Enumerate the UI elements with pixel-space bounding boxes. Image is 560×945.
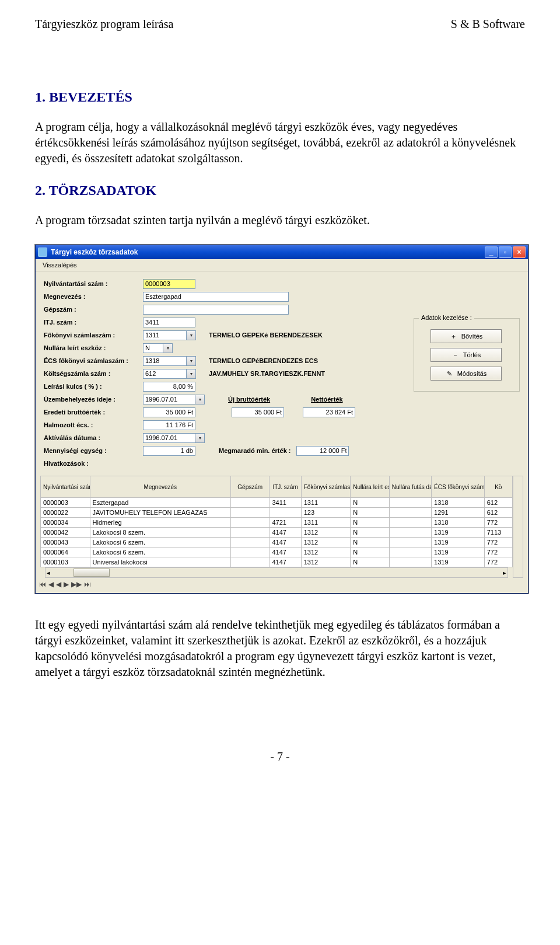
grid-cell[interactable] bbox=[389, 498, 431, 508]
input-koltseg[interactable] bbox=[143, 369, 187, 379]
close-button[interactable]: × bbox=[513, 246, 526, 258]
table-row[interactable]: 0000003Esztergapad34111311N1318612 bbox=[41, 498, 513, 508]
grid-header[interactable]: ITJ. szám bbox=[270, 476, 301, 498]
grid-cell[interactable]: Esztergapad bbox=[90, 498, 230, 508]
grid-cell[interactable] bbox=[231, 498, 270, 508]
grid-cell[interactable] bbox=[231, 508, 270, 518]
grid-cell[interactable]: 1318 bbox=[432, 498, 485, 508]
grid-cell[interactable]: 772 bbox=[484, 538, 512, 548]
grid-cell[interactable]: N bbox=[351, 518, 389, 528]
data-grid[interactable]: Nyilvántartási számMegnevezésGépszámITJ.… bbox=[40, 476, 513, 567]
grid-cell[interactable]: 772 bbox=[484, 518, 512, 528]
grid-cell[interactable]: 612 bbox=[484, 508, 512, 518]
dropdown-nullara-icon[interactable]: ▾ bbox=[163, 343, 173, 353]
input-halmozott[interactable] bbox=[143, 420, 195, 430]
grid-cell[interactable]: 1312 bbox=[301, 538, 351, 548]
grid-cell[interactable] bbox=[389, 548, 431, 557]
grid-header[interactable]: Főkönyvi számlaszám bbox=[301, 476, 351, 498]
grid-cell[interactable]: 0000043 bbox=[41, 538, 90, 548]
grid-header[interactable]: Nullára leírt eszköz bbox=[351, 476, 389, 498]
grid-cell[interactable]: Lakokocsi 6 szem. bbox=[90, 548, 230, 557]
record-navigator[interactable]: ⏮ ◀ ◀ ▶ ▶▶ ⏭ bbox=[36, 579, 528, 591]
grid-cell[interactable] bbox=[389, 538, 431, 548]
grid-cell[interactable]: JAVITOMUHELY TELEFON LEAGAZAS bbox=[90, 508, 230, 518]
input-gepszam[interactable] bbox=[143, 305, 289, 315]
nav-prev-icon[interactable]: ◀ bbox=[56, 580, 61, 588]
nav-last-icon[interactable]: ⏭ bbox=[84, 580, 91, 588]
grid-cell[interactable]: 0000064 bbox=[41, 548, 90, 557]
input-uzembe[interactable] bbox=[143, 395, 195, 404]
table-row[interactable]: 0000103Universal lakokocsi41471312N13197… bbox=[41, 557, 513, 567]
table-row[interactable]: 0000042Lakokocsi 8 szem.41471312N1319711… bbox=[41, 528, 513, 538]
minimize-button[interactable]: _ bbox=[485, 246, 498, 258]
grid-cell[interactable]: N bbox=[351, 508, 389, 518]
grid-cell[interactable]: 3411 bbox=[270, 498, 301, 508]
input-leirasi[interactable] bbox=[143, 382, 195, 392]
dropdown-ecs-icon[interactable]: ▾ bbox=[187, 356, 196, 366]
grid-cell[interactable]: 1312 bbox=[301, 548, 351, 557]
grid-cell[interactable]: N bbox=[351, 548, 389, 557]
grid-cell[interactable] bbox=[231, 528, 270, 538]
grid-cell[interactable] bbox=[389, 518, 431, 528]
table-row[interactable]: 0000043Lakokocsi 6 szem.41471312N1319772 bbox=[41, 538, 513, 548]
nav-prevpage-icon[interactable]: ◀ bbox=[48, 580, 54, 588]
input-megnev[interactable] bbox=[143, 292, 289, 302]
grid-cell[interactable]: Universal lakokocsi bbox=[90, 557, 230, 567]
grid-cell[interactable]: 612 bbox=[484, 498, 512, 508]
grid-cell[interactable]: 123 bbox=[301, 508, 351, 518]
nav-first-icon[interactable]: ⏮ bbox=[39, 580, 46, 588]
input-aktivalas[interactable] bbox=[143, 433, 195, 443]
grid-cell[interactable]: 1291 bbox=[432, 508, 485, 518]
grid-cell[interactable]: 1319 bbox=[432, 538, 485, 548]
grid-cell[interactable]: 1319 bbox=[432, 528, 485, 538]
dropdown-fokonyvi-icon[interactable]: ▾ bbox=[187, 330, 196, 340]
grid-cell[interactable]: 0000034 bbox=[41, 518, 90, 528]
grid-cell[interactable]: 1311 bbox=[301, 518, 351, 528]
grid-cell[interactable]: 7113 bbox=[484, 528, 512, 538]
menu-back[interactable]: Visszalépés bbox=[39, 261, 80, 269]
input-eredeti[interactable] bbox=[143, 407, 195, 417]
grid-cell[interactable]: 4147 bbox=[270, 528, 301, 538]
input-megmarado[interactable] bbox=[296, 446, 349, 456]
grid-cell[interactable]: 0000003 bbox=[41, 498, 90, 508]
nav-nextpage-icon[interactable]: ▶▶ bbox=[71, 580, 82, 588]
grid-cell[interactable]: 1318 bbox=[432, 518, 485, 528]
grid-header[interactable]: Megnevezés bbox=[90, 476, 230, 498]
grid-cell[interactable]: Lakokocsi 8 szem. bbox=[90, 528, 230, 538]
grid-cell[interactable]: N bbox=[351, 498, 389, 508]
grid-cell[interactable]: N bbox=[351, 538, 389, 548]
grid-cell[interactable]: 4721 bbox=[270, 518, 301, 528]
add-button[interactable]: ＋ Bővítés bbox=[430, 329, 502, 343]
dropdown-uzembe-icon[interactable]: ▾ bbox=[195, 395, 205, 404]
grid-cell[interactable]: N bbox=[351, 557, 389, 567]
maximize-button[interactable]: ▫ bbox=[499, 246, 512, 258]
grid-cell[interactable] bbox=[389, 557, 431, 567]
table-row[interactable]: 0000034Hidmerleg47211311N1318772 bbox=[41, 518, 513, 528]
grid-cell[interactable]: 4147 bbox=[270, 538, 301, 548]
grid-cell[interactable]: 772 bbox=[484, 557, 512, 567]
grid-cell[interactable]: 1311 bbox=[301, 498, 351, 508]
grid-cell[interactable]: 1319 bbox=[432, 557, 485, 567]
grid-cell[interactable] bbox=[270, 508, 301, 518]
grid-cell[interactable]: 1312 bbox=[301, 528, 351, 538]
horizontal-scrollbar[interactable]: ◂ ▸ bbox=[45, 567, 508, 578]
dropdown-aktivalas-icon[interactable]: ▾ bbox=[195, 433, 205, 443]
grid-header[interactable]: Nullára futás dátuma bbox=[389, 476, 431, 498]
input-nullara[interactable] bbox=[143, 343, 163, 353]
grid-cell[interactable] bbox=[231, 548, 270, 557]
grid-cell[interactable]: 4147 bbox=[270, 557, 301, 567]
grid-cell[interactable]: 1312 bbox=[301, 557, 351, 567]
input-ujbrutto[interactable] bbox=[232, 407, 284, 417]
table-row[interactable]: 0000064Lakokocsi 6 szem.41471312N1319772 bbox=[41, 548, 513, 557]
grid-cell[interactable]: 0000103 bbox=[41, 557, 90, 567]
grid-cell[interactable]: Hidmerleg bbox=[90, 518, 230, 528]
modify-button[interactable]: ✎ Módosítás bbox=[430, 367, 502, 381]
grid-header[interactable]: ÉCS főkönyvi számlaszám bbox=[432, 476, 485, 498]
grid-cell[interactable] bbox=[231, 518, 270, 528]
grid-cell[interactable] bbox=[389, 528, 431, 538]
titlebar[interactable]: Tárgyi eszköz törzsadatok _ ▫ × bbox=[36, 245, 528, 259]
grid-cell[interactable]: N bbox=[351, 528, 389, 538]
vertical-scrollbar[interactable] bbox=[513, 476, 523, 578]
grid-header[interactable]: Kö bbox=[484, 476, 512, 498]
grid-header[interactable]: Gépszám bbox=[231, 476, 270, 498]
